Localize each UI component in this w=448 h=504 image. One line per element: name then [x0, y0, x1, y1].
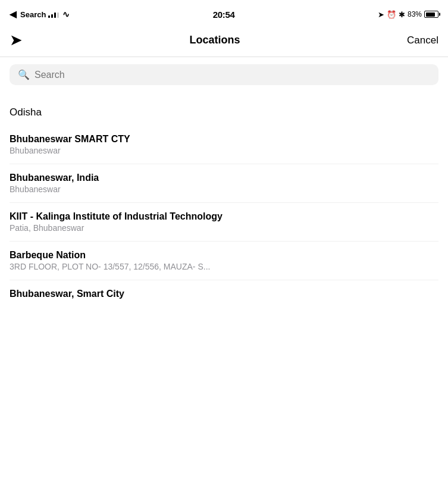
location-name: KIIT - Kalinga Institute of Industrial T… — [10, 211, 438, 222]
battery-percent: 83% — [408, 10, 422, 18]
status-time: 20:54 — [213, 10, 235, 20]
content-area: Odisha Bhubaneswar SMART CTYBhubaneswarB… — [0, 90, 448, 306]
cancel-button[interactable]: Cancel — [407, 35, 438, 46]
page-title: Locations — [190, 34, 240, 46]
list-item[interactable]: Bhubaneswar SMART CTYBhubaneswar — [10, 128, 438, 161]
list-divider — [10, 164, 438, 164]
list-divider — [10, 241, 438, 242]
status-bar: ◀ Search ∿ 20:54 ➤ ⏰ ✱ 83% — [0, 0, 448, 26]
wifi-icon: ∿ — [62, 10, 70, 19]
search-bar[interactable]: 🔍 — [10, 64, 438, 85]
signal-bar-2 — [51, 14, 53, 18]
location-sub: Bhubaneswar — [10, 146, 438, 155]
location-name: Bhubaneswar, Smart City — [10, 289, 438, 299]
battery-icon — [424, 11, 438, 18]
list-item[interactable]: Barbeque Nation3RD FLOOR, PLOT NO- 13/55… — [10, 244, 438, 277]
carrier-label: Search — [20, 10, 46, 19]
list-divider — [10, 280, 438, 280]
nav-location-icon[interactable]: ➤ — [10, 31, 23, 49]
status-right: ➤ ⏰ ✱ 83% — [378, 10, 438, 19]
search-icon: 🔍 — [18, 69, 30, 80]
status-left: ◀ Search ∿ — [10, 9, 70, 20]
location-name: Barbeque Nation — [10, 250, 438, 261]
location-name: Bhubaneswar, India — [10, 173, 438, 183]
location-name: Bhubaneswar SMART CTY — [10, 134, 438, 145]
location-sub: 3RD FLOOR, PLOT NO- 13/557, 12/556, MAUZ… — [10, 262, 438, 271]
location-list: Bhubaneswar SMART CTYBhubaneswarBhubanes… — [10, 128, 438, 306]
list-divider — [10, 202, 438, 203]
search-container: 🔍 — [0, 57, 448, 90]
list-item[interactable]: Bhubaneswar, Smart City — [10, 283, 438, 306]
nav-bar: ➤ Locations Cancel — [0, 26, 448, 57]
search-input[interactable] — [35, 70, 430, 80]
signal-bar-3 — [54, 12, 56, 18]
section-header: Odisha — [10, 99, 438, 128]
signal-bar-4 — [57, 12, 59, 18]
location-sub: Patia, Bhubaneswar — [10, 223, 438, 233]
bluetooth-icon: ✱ — [399, 10, 405, 19]
back-icon: ◀ — [10, 9, 17, 20]
location-status-icon: ➤ — [378, 10, 384, 19]
alarm-icon: ⏰ — [387, 10, 396, 19]
list-item[interactable]: KIIT - Kalinga Institute of Industrial T… — [10, 205, 438, 239]
signal-bar-1 — [48, 15, 50, 18]
battery-indicator — [424, 11, 438, 18]
battery-fill — [426, 12, 436, 17]
signal-bars — [48, 11, 59, 18]
location-sub: Bhubaneswar — [10, 184, 438, 194]
list-item[interactable]: Bhubaneswar, IndiaBhubaneswar — [10, 167, 438, 200]
